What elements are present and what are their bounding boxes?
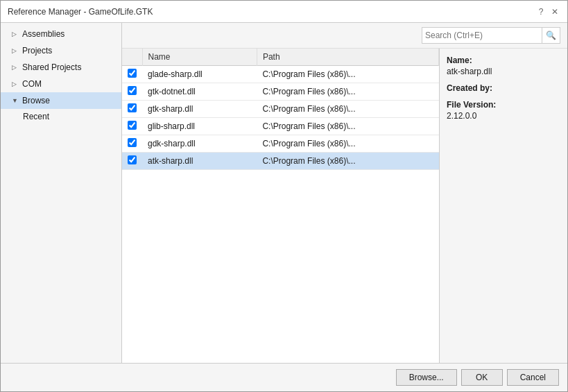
row-path: C:\Program Files (x86)\... xyxy=(257,118,438,135)
sidebar-item-assemblies-label: Assemblies xyxy=(22,29,64,39)
row-name: atk-sharp.dll xyxy=(142,153,257,170)
sidebar-item-com-label: COM xyxy=(22,79,42,89)
table-container: Name Path glade-sharp.dllC:\Program File… xyxy=(122,49,567,363)
projects-arrow: ▷ xyxy=(12,47,19,54)
search-input[interactable] xyxy=(422,31,542,40)
name-detail-value: atk-sharp.dll xyxy=(447,67,560,76)
sidebar-item-recent[interactable]: Recent xyxy=(1,109,121,124)
content-area: ▷ Assemblies ▷ Projects ▷ Shared Project… xyxy=(1,23,567,363)
main-area: 🔍 Name Path xyxy=(122,23,567,363)
close-button[interactable]: ✕ xyxy=(549,6,560,17)
row-path: C:\Program Files (x86)\... xyxy=(257,153,438,170)
sidebar-item-projects-label: Projects xyxy=(22,46,52,56)
search-button[interactable]: 🔍 xyxy=(542,28,560,43)
table-row[interactable]: glade-sharp.dllC:\Program Files (x86)\..… xyxy=(122,66,439,83)
created-by-label: Created by: xyxy=(447,83,560,93)
row-checkbox[interactable] xyxy=(128,155,137,164)
table-area: Name Path glade-sharp.dllC:\Program File… xyxy=(122,49,439,363)
row-path: C:\Program Files (x86)\... xyxy=(257,101,438,118)
checkbox-col-header xyxy=(122,49,142,66)
sidebar-item-shared-label: Shared Projects xyxy=(22,62,81,72)
table-header-row: Name Path xyxy=(122,49,439,66)
row-checkbox[interactable] xyxy=(128,138,137,147)
sidebar-item-browse[interactable]: ▼ Browse xyxy=(1,92,121,109)
cancel-button[interactable]: Cancel xyxy=(507,369,559,386)
row-checkbox-cell xyxy=(122,83,142,101)
name-detail-label: Name: xyxy=(447,56,560,65)
sidebar-item-recent-label: Recent xyxy=(23,112,49,121)
row-name: gdk-sharp.dll xyxy=(142,135,257,153)
row-path: C:\Program Files (x86)\... xyxy=(257,66,438,83)
row-checkbox[interactable] xyxy=(128,86,137,95)
title-buttons: ? ✕ xyxy=(535,6,560,17)
table-row[interactable]: gtk-sharp.dllC:\Program Files (x86)\... xyxy=(122,101,439,118)
browse-button[interactable]: Browse... xyxy=(396,369,457,386)
table-row[interactable]: glib-sharp.dllC:\Program Files (x86)\... xyxy=(122,118,439,135)
title-bar: Reference Manager - GameOfLife.GTK ? ✕ xyxy=(1,1,567,23)
sidebar: ▷ Assemblies ▷ Projects ▷ Shared Project… xyxy=(1,23,122,363)
row-checkbox[interactable] xyxy=(128,121,137,130)
table-row[interactable]: atk-sharp.dllC:\Program Files (x86)\... xyxy=(122,153,439,170)
path-col-header: Path xyxy=(257,49,438,66)
sidebar-item-projects[interactable]: ▷ Projects xyxy=(1,42,121,59)
references-table: Name Path glade-sharp.dllC:\Program File… xyxy=(122,49,439,170)
row-checkbox[interactable] xyxy=(128,69,137,78)
row-checkbox-cell xyxy=(122,135,142,153)
sidebar-item-assemblies[interactable]: ▷ Assemblies xyxy=(1,26,121,42)
row-checkbox-cell xyxy=(122,66,142,83)
row-name: gtk-dotnet.dll xyxy=(142,83,257,101)
row-checkbox-cell xyxy=(122,153,142,170)
shared-arrow: ▷ xyxy=(12,64,19,71)
sidebar-item-browse-label: Browse xyxy=(22,96,50,105)
sidebar-item-shared-projects[interactable]: ▷ Shared Projects xyxy=(1,59,121,76)
com-arrow: ▷ xyxy=(12,80,19,87)
dialog-title: Reference Manager - GameOfLife.GTK xyxy=(8,7,153,17)
ok-button[interactable]: OK xyxy=(461,369,503,386)
file-version-label: File Version: xyxy=(447,100,560,110)
table-row[interactable]: gtk-dotnet.dllC:\Program Files (x86)\... xyxy=(122,83,439,101)
footer: Browse... OK Cancel xyxy=(1,363,567,391)
table-row[interactable]: gdk-sharp.dllC:\Program Files (x86)\... xyxy=(122,135,439,153)
assemblies-arrow: ▷ xyxy=(12,31,19,37)
row-checkbox[interactable] xyxy=(128,103,137,112)
row-checkbox-cell xyxy=(122,118,142,135)
help-button[interactable]: ? xyxy=(535,6,547,17)
row-name: glade-sharp.dll xyxy=(142,66,257,83)
search-input-wrapper: 🔍 xyxy=(422,27,560,44)
row-path: C:\Program Files (x86)\... xyxy=(257,83,438,101)
reference-manager-dialog: Reference Manager - GameOfLife.GTK ? ✕ ▷… xyxy=(0,0,568,392)
file-version-value: 2.12.0.0 xyxy=(447,111,560,121)
row-name: glib-sharp.dll xyxy=(142,118,257,135)
row-path: C:\Program Files (x86)\... xyxy=(257,135,438,153)
row-name: gtk-sharp.dll xyxy=(142,101,257,118)
search-bar: 🔍 xyxy=(122,23,567,49)
row-checkbox-cell xyxy=(122,101,142,118)
name-col-header: Name xyxy=(142,49,257,66)
detail-panel: Name: atk-sharp.dll Created by: File Ver… xyxy=(439,49,567,363)
sidebar-item-com[interactable]: ▷ COM xyxy=(1,76,121,92)
browse-arrow: ▼ xyxy=(12,97,19,104)
